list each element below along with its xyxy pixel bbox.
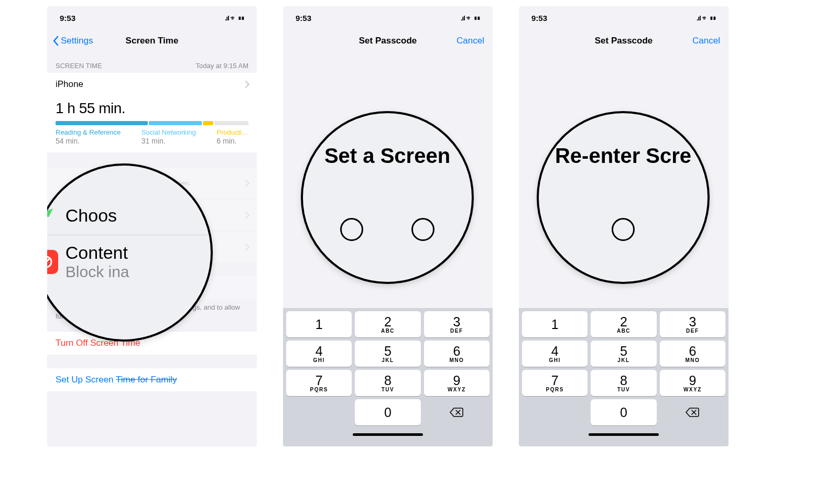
- status-icons: .ıl ᯤ ▮▮: [697, 14, 716, 22]
- key-number: 9: [689, 374, 696, 387]
- back-button[interactable]: Settings: [52, 36, 93, 46]
- status-icons: .ıl ᯤ ▮▮: [225, 14, 244, 22]
- section-timestamp: Today at 9:15 AM: [196, 62, 248, 70]
- nav-bar: Settings Screen Time: [47, 29, 257, 52]
- key-number: 7: [316, 374, 323, 387]
- keypad-key-0[interactable]: 0: [355, 399, 420, 425]
- magnified-dots: [612, 218, 635, 241]
- keypad-key-9[interactable]: 9WXYZ: [424, 370, 490, 396]
- status-bar: 9:53 .ıl ᯤ ▮▮: [519, 6, 729, 29]
- backspace-key[interactable]: [660, 399, 725, 425]
- keypad-key-4[interactable]: 4GHI: [286, 341, 352, 367]
- key-number: 6: [689, 345, 696, 358]
- status-bar: 9:53 .ıl ᯤ ▮▮: [283, 6, 493, 29]
- key-letters: MNO: [449, 357, 464, 363]
- keypad-blank: [286, 399, 352, 425]
- nav-title: Screen Time: [126, 36, 179, 46]
- key-letters: DEF: [450, 328, 463, 334]
- status-icons: .ıl ᯤ ▮▮: [461, 14, 480, 22]
- key-number: 4: [551, 345, 559, 358]
- keypad-key-1[interactable]: 1: [522, 311, 588, 337]
- nav-title: Set Passcode: [359, 36, 417, 46]
- keypad-key-8[interactable]: 8TUV: [355, 370, 420, 396]
- set-passcode-screen: 9:53 .ıl ᯤ ▮▮ Set Passcode Cancel asscod…: [283, 6, 493, 446]
- keypad-key-0[interactable]: 0: [591, 399, 656, 425]
- category-name: Producti…: [216, 128, 248, 136]
- magnified-title: Set a Screen: [324, 144, 450, 168]
- usage-summary: 1 h 55 min. Reading & Reference 54 min. …: [47, 96, 257, 152]
- nav-bar: Set Passcode Cancel: [283, 29, 493, 52]
- status-bar: 9:53 .ıl ᯤ ▮▮: [47, 6, 257, 29]
- usage-segment: [214, 121, 248, 125]
- magnifier-overlay: Set a Screen: [301, 111, 474, 284]
- device-row[interactable]: iPhone: [47, 73, 257, 96]
- cancel-button[interactable]: Cancel: [692, 36, 720, 46]
- magnified-title: Re-enter Scre: [555, 144, 691, 168]
- key-number: 5: [384, 345, 392, 358]
- keypad-key-4[interactable]: 4GHI: [522, 341, 588, 367]
- backspace-key[interactable]: [424, 399, 490, 425]
- key-letters: GHI: [549, 357, 561, 363]
- legend-item: Social Networking 31 min.: [142, 128, 196, 145]
- family-label: Set Up Screen Time for Family: [56, 375, 177, 385]
- status-time: 9:53: [60, 14, 75, 23]
- cancel-button[interactable]: Cancel: [456, 36, 484, 46]
- keypad-key-5[interactable]: 5JKL: [591, 341, 656, 367]
- key-letters: PQRS: [546, 387, 563, 392]
- key-letters: ABC: [381, 328, 395, 334]
- keypad-key-3[interactable]: 3DEF: [660, 311, 725, 337]
- family-row[interactable]: Set Up Screen Time for Family: [47, 368, 257, 391]
- numeric-keypad: 12ABC3DEF4GHI5JKL6MNO7PQRS8TUV9WXYZ0: [519, 308, 729, 446]
- screen-time-screen: 9:53 .ıl ᯤ ▮▮ Settings Screen Time SCREE…: [47, 6, 257, 446]
- key-number: 9: [453, 374, 460, 387]
- backspace-icon: [686, 407, 699, 418]
- keypad-key-8[interactable]: 8TUV: [591, 370, 656, 396]
- back-label: Settings: [61, 36, 93, 46]
- usage-group: iPhone 1 h 55 min. Reading & Reference 5…: [47, 73, 257, 152]
- key-letters: WXYZ: [683, 387, 702, 392]
- key-number: 8: [384, 374, 392, 387]
- numeric-keypad: 12ABC3DEF4GHI5JKL6MNO7PQRS8TUV9WXYZ0: [283, 308, 493, 446]
- home-indicator: [286, 425, 490, 443]
- home-indicator: [522, 425, 725, 443]
- nav-bar: Set Passcode Cancel: [519, 29, 729, 52]
- magnified-subtitle: Block ina: [66, 263, 129, 281]
- key-number: 5: [620, 345, 627, 358]
- chevron-left-icon: [52, 36, 59, 46]
- key-letters: MNO: [685, 357, 700, 363]
- keypad-key-2[interactable]: 2ABC: [591, 311, 656, 337]
- nav-title: Set Passcode: [595, 36, 653, 46]
- key-number: 1: [551, 318, 559, 331]
- backspace-icon: [450, 407, 463, 418]
- keypad-key-7[interactable]: 7PQRS: [286, 370, 352, 396]
- keypad-blank: [522, 399, 588, 425]
- key-letters: JKL: [617, 357, 629, 363]
- category-name: Reading & Reference: [56, 128, 121, 136]
- key-letters: TUV: [617, 387, 631, 392]
- usage-segment: [203, 121, 213, 125]
- magnified-title: Content: [66, 243, 129, 263]
- key-number: 3: [453, 315, 460, 328]
- keypad-key-9[interactable]: 9WXYZ: [660, 370, 725, 396]
- category-duration: 54 min.: [56, 137, 121, 145]
- keypad-key-6[interactable]: 6MNO: [424, 341, 490, 367]
- category-name: Social Networking: [142, 128, 196, 136]
- section-label: SCREEN TIME: [56, 62, 102, 70]
- section-header: SCREEN TIME Today at 9:15 AM: [47, 52, 257, 73]
- passcode-dot: [411, 218, 434, 241]
- usage-segment: [56, 121, 148, 125]
- keypad-key-7[interactable]: 7PQRS: [522, 370, 588, 396]
- status-time: 9:53: [531, 14, 547, 23]
- key-number: 0: [384, 406, 392, 419]
- checkmark-icon: [47, 203, 58, 227]
- svg-line-1: [47, 258, 50, 266]
- category-duration: 31 min.: [142, 137, 196, 145]
- keypad-key-5[interactable]: 5JKL: [355, 341, 420, 367]
- key-letters: DEF: [686, 328, 699, 334]
- keypad-key-6[interactable]: 6MNO: [660, 341, 725, 367]
- key-number: 3: [689, 315, 696, 328]
- keypad-key-1[interactable]: 1: [286, 311, 352, 337]
- keypad-key-3[interactable]: 3DEF: [424, 311, 490, 337]
- usage-bar: [56, 121, 248, 125]
- keypad-key-2[interactable]: 2ABC: [355, 311, 420, 337]
